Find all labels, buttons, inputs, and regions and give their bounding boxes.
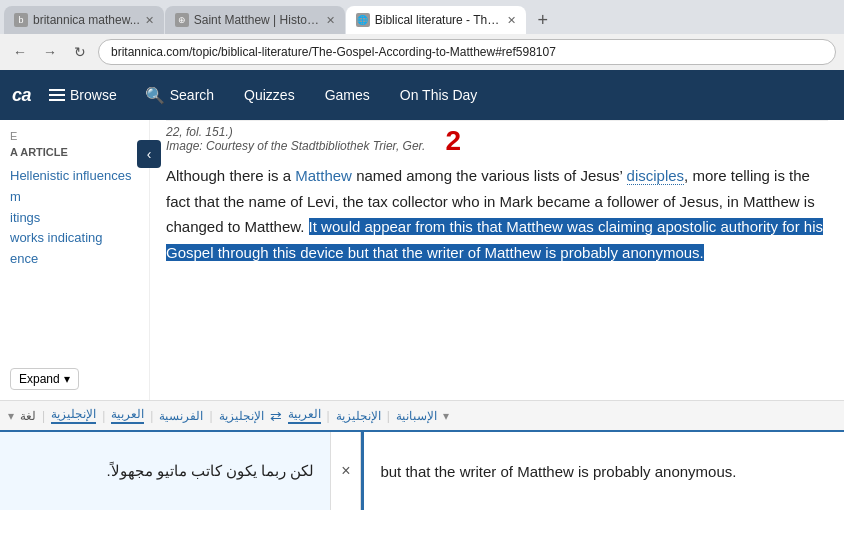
search-icon: 🔍 (145, 86, 165, 105)
expand-label: Expand (19, 372, 60, 386)
sidebar-collapse-button[interactable]: ‹ (137, 140, 161, 168)
new-tab-button[interactable]: + (529, 6, 557, 34)
image-prefix: 22, fol. 151.) (166, 125, 425, 139)
tab-1-favicon: b (14, 13, 28, 27)
tab-2[interactable]: ⊕ Saint Matthew | History, Facts, Fe... … (165, 6, 345, 34)
image-caption: Image: Courtesy of the Stadtbibliothek T… (166, 139, 425, 153)
disciples-link[interactable]: disciples (627, 167, 685, 185)
tab-3[interactable]: 🌐 Biblical literature - The Gospel A... … (346, 6, 526, 34)
hamburger-icon (49, 89, 65, 101)
forward-button[interactable]: → (38, 40, 62, 64)
sidebar-nav-label: E (10, 130, 139, 142)
trans-lang-ar-active[interactable]: العربية (288, 407, 321, 424)
sidebar-link-3[interactable]: itings (10, 208, 139, 229)
trans-chevron-right[interactable]: ▾ (8, 409, 14, 423)
translation-bar: ▾ الإسبانية | الإنجليزية | العربية ⇄ الإ… (0, 400, 844, 430)
trans-lang-fr[interactable]: الفرنسية (159, 409, 203, 423)
article-text-before-matthew: Although there is a (166, 167, 295, 184)
search-nav-item[interactable]: 🔍 Search (135, 70, 224, 120)
browse-menu[interactable]: Browse (41, 87, 125, 103)
quizzes-nav-item[interactable]: Quizzes (234, 70, 305, 120)
trans-lang-es[interactable]: الإسبانية (396, 409, 437, 423)
refresh-button[interactable]: ↻ (68, 40, 92, 64)
sidebar-link-4[interactable]: works indicating (10, 228, 139, 249)
swap-icon[interactable]: ⇄ (270, 408, 282, 424)
trans-lang-en-1[interactable]: الإنجليزية (219, 409, 264, 423)
article-text-after-matthew: named among the various lists of Jesus’ (352, 167, 627, 184)
tab-2-close[interactable]: ✕ (326, 14, 335, 27)
browser-chrome: b britannica mathew... ✕ ⊕ Saint Matthew… (0, 0, 844, 70)
tab-3-favicon: 🌐 (356, 13, 370, 27)
browse-label: Browse (70, 87, 117, 103)
article-label: A ARTICLE (10, 146, 139, 158)
sidebar-link-1[interactable]: Hellenistic influences (10, 166, 139, 187)
image-caption-text: 22, fol. 151.) Image: Courtesy of the St… (166, 125, 425, 153)
trans-lang-ar-2[interactable]: العربية (111, 407, 144, 424)
address-bar[interactable]: britannica.com/topic/biblical-literature… (98, 39, 836, 65)
tab-1[interactable]: b britannica mathew... ✕ (4, 6, 164, 34)
translation-close-button[interactable]: × (331, 432, 361, 510)
tab-3-close[interactable]: ✕ (507, 14, 516, 27)
content-area: 22, fol. 151.) Image: Courtesy of the St… (150, 120, 844, 400)
trans-lang-en-3[interactable]: الإنجليزية (336, 409, 381, 423)
main-layout: ‹ E A ARTICLE Hellenistic influences m i… (0, 120, 844, 400)
quizzes-label: Quizzes (244, 87, 295, 103)
address-text: britannica.com/topic/biblical-literature… (111, 45, 556, 59)
image-caption-row: 22, fol. 151.) Image: Courtesy of the St… (166, 120, 828, 157)
address-bar-row: ← → ↻ britannica.com/topic/biblical-lite… (0, 34, 844, 70)
britannica-logo: ca (12, 85, 31, 106)
translation-popup: لكن ربما يكون كاتب ماتيو مجهولاً. × but … (0, 430, 844, 510)
on-this-day-label: On This Day (400, 87, 478, 103)
tab-1-close[interactable]: ✕ (145, 14, 154, 27)
back-button[interactable]: ← (8, 40, 32, 64)
tabs-bar: b britannica mathew... ✕ ⊕ Saint Matthew… (0, 0, 844, 34)
lang-label: لغة (20, 409, 36, 423)
games-nav-item[interactable]: Games (315, 70, 380, 120)
red-badge: 2 (445, 125, 461, 157)
tab-2-title: Saint Matthew | History, Facts, Fe... (194, 13, 321, 27)
article-paragraph: Although there is a Matthew named among … (166, 163, 828, 265)
trans-lang-en-2[interactable]: الإنجليزية (51, 407, 96, 424)
tab-2-favicon: ⊕ (175, 13, 189, 27)
expand-button[interactable]: Expand ▾ (10, 368, 79, 390)
sidebar: ‹ E A ARTICLE Hellenistic influences m i… (0, 120, 150, 400)
tab-3-title: Biblical literature - The Gospel A... (375, 13, 502, 27)
translation-english-text: but that the writer of Matthew is probab… (361, 432, 844, 510)
sidebar-link-2[interactable]: m (10, 187, 139, 208)
trans-chevron-left[interactable]: ▾ (443, 409, 449, 423)
matthew-link[interactable]: Matthew (295, 167, 352, 184)
games-label: Games (325, 87, 370, 103)
sidebar-link-5[interactable]: ence (10, 249, 139, 270)
on-this-day-nav-item[interactable]: On This Day (390, 70, 488, 120)
translation-arabic-text: لكن ربما يكون كاتب ماتيو مجهولاً. (0, 432, 331, 510)
tab-1-title: britannica mathew... (33, 13, 140, 27)
expand-chevron-icon: ▾ (64, 372, 70, 386)
search-label: Search (170, 87, 214, 103)
britannica-nav: ca Browse 🔍 Search Quizzes Games On This… (0, 70, 844, 120)
